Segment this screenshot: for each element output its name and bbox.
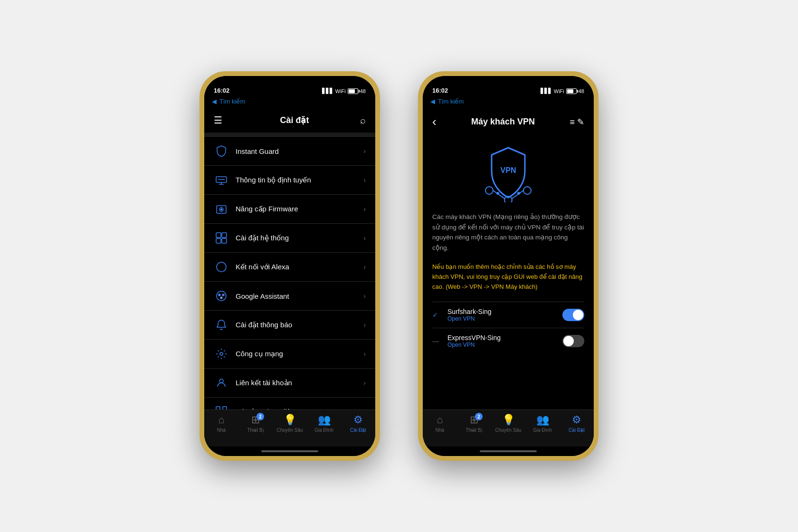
vpn-item-surfshark[interactable]: ✓ Surfshark-Sing Open VPN <box>432 302 584 328</box>
surfshark-toggle-knob <box>573 310 583 320</box>
back-arrow-2[interactable]: ◀ <box>430 98 435 105</box>
router-icon <box>214 172 229 188</box>
home-label: Nhà <box>217 428 226 433</box>
deep-icon-2: 💡 <box>502 414 515 426</box>
vpn-edit-button[interactable]: ≡ ✎ <box>570 117 584 127</box>
chevron-icon: › <box>363 205 366 213</box>
search-label-2[interactable]: Tìm kiếm <box>438 98 464 105</box>
sub-status-1: ◀ Tìm kiếm <box>204 97 375 109</box>
surfshark-name: Surfshark-Sing <box>447 308 562 315</box>
chevron-icon: › <box>363 263 366 271</box>
menu-item-link-account[interactable]: Liên kết tài khoản › <box>204 369 375 398</box>
vpn-description: Các máy khách VPN (Mạng riêng ảo) thường… <box>432 212 584 253</box>
battery-icon-2 <box>566 88 577 94</box>
firmware-icon <box>214 201 229 217</box>
tab2-home[interactable]: ⌂ Nhà <box>423 414 457 433</box>
home-icon: ⌂ <box>218 414 224 426</box>
tab-devices[interactable]: 2 ⊞ Thiết Bị <box>238 414 273 433</box>
vpn-illustration: VPN <box>477 145 539 202</box>
link-account-label: Liên kết tài khoản <box>236 379 363 387</box>
vpn-item-expressvpn[interactable]: — ExpressVPN-Sing Open VPN <box>432 328 584 354</box>
svg-point-11 <box>217 262 226 272</box>
menu-item-alexa[interactable]: Kết nối với Alexa › <box>204 253 375 282</box>
menu-item-network-tools[interactable]: Công cụ mạng › <box>204 340 375 369</box>
phone-1-screen: 16:02 ▋▋▋ WiFi 48 ◀ Tìm kiếm ☰ Cài đặt ⌕ <box>204 76 375 456</box>
battery-fill <box>349 89 355 93</box>
wifi-icon-2: WiFi <box>554 88 564 94</box>
svg-rect-8 <box>222 233 227 238</box>
vpn-page-title: Máy khách VPN <box>471 117 535 127</box>
settings-icon: ⚙ <box>353 414 363 426</box>
network-tools-label: Công cụ mạng <box>236 350 363 358</box>
menu-item-router-info[interactable]: Thông tin bộ định tuyến › <box>204 166 375 195</box>
sub-status-2: ◀ Tìm kiếm <box>423 97 594 109</box>
google-assistant-label: Google Assistant <box>236 292 363 300</box>
menu-content: Instant Guard › Thông tin bộ định tuyến … <box>204 133 375 409</box>
tab2-family[interactable]: 👥 Gia Đình <box>525 414 560 433</box>
chevron-icon: › <box>363 176 366 184</box>
expressvpn-name: ExpressVPN-Sing <box>447 334 562 342</box>
expressvpn-dash: — <box>432 337 442 345</box>
tab-deep[interactable]: 💡 Chuyên Sâu <box>273 414 307 433</box>
svg-point-17 <box>219 379 223 383</box>
battery-icon <box>348 88 358 94</box>
chevron-icon: › <box>363 147 366 155</box>
family-label: Gia Đình <box>314 428 333 433</box>
tab-settings[interactable]: ⚙ Cài Đặt <box>341 414 375 433</box>
menu-item-google-assistant[interactable]: Google Assistant › <box>204 282 375 311</box>
vpn-content: VPN Các máy khách VPN (Mạng riêng ảo) th… <box>423 136 594 409</box>
back-arrow-1[interactable]: ◀ <box>212 98 217 105</box>
menu-icon[interactable]: ☰ <box>214 114 229 126</box>
instant-guard-icon <box>214 143 229 159</box>
chevron-icon: › <box>363 379 366 387</box>
tab2-devices[interactable]: 2 ⊞ Thiết Bị <box>457 414 491 433</box>
tab-home[interactable]: ⌂ Nhà <box>204 414 238 433</box>
svg-rect-7 <box>216 233 221 238</box>
home-indicator-2 <box>423 446 594 456</box>
family-icon-2: 👥 <box>536 414 549 426</box>
tab2-deep[interactable]: 💡 Chuyên Sâu <box>491 414 525 433</box>
menu-item-related-apps[interactable]: Các ứng dụng liên quan › <box>204 398 375 409</box>
settings-label: Cài Đặt <box>350 428 366 433</box>
devices-badge: 2 <box>256 413 264 420</box>
expressvpn-info: ExpressVPN-Sing Open VPN <box>447 334 562 348</box>
tab-family[interactable]: 👥 Gia Đình <box>307 414 341 433</box>
home-bar-2 <box>480 450 537 452</box>
menu-item-notifications[interactable]: Cài đặt thông báo › <box>204 311 375 340</box>
menu-item-system-settings[interactable]: Cài đặt hệ thống › <box>204 224 375 253</box>
search-label-1[interactable]: Tìm kiếm <box>219 98 245 105</box>
notch <box>256 76 323 89</box>
expressvpn-toggle[interactable] <box>562 335 584 347</box>
devices-label-2: Thiết Bị <box>466 428 482 433</box>
family-label-2: Gia Đình <box>533 428 551 433</box>
chevron-icon: › <box>363 350 366 358</box>
svg-rect-10 <box>222 238 227 243</box>
svg-point-15 <box>220 297 222 299</box>
alexa-icon <box>214 259 229 275</box>
signal-icon-2: ▋▋▋ <box>541 88 552 94</box>
google-assistant-icon <box>214 288 229 304</box>
page-title-1: Cài đặt <box>280 115 309 125</box>
menu-item-firmware[interactable]: Nâng cấp Firmware › <box>204 195 375 224</box>
notifications-icon <box>214 317 229 332</box>
tab2-settings[interactable]: ⚙ Cài Đặt <box>560 414 594 433</box>
menu-item-instant-guard[interactable]: Instant Guard › <box>204 136 375 166</box>
tab-bar-2: ⌂ Nhà 2 ⊞ Thiết Bị 💡 Chuyên Sâu 👥 Gia Đì… <box>423 409 594 446</box>
svg-point-23 <box>485 187 493 194</box>
phone-2: 16:02 ▋▋▋ WiFi 48 ◀ Tìm kiếm ‹ Máy khách… <box>418 71 598 461</box>
time-1: 16:02 <box>214 87 229 94</box>
expressvpn-toggle-knob <box>563 336 574 346</box>
surfshark-toggle[interactable] <box>562 309 584 321</box>
link-account-icon <box>214 375 229 390</box>
deep-icon: 💡 <box>284 414 296 426</box>
alexa-label: Kết nối với Alexa <box>236 263 363 271</box>
deep-label-2: Chuyên Sâu <box>495 428 521 433</box>
svg-point-6 <box>221 209 222 210</box>
battery-level-2: 48 <box>579 88 584 94</box>
related-apps-icon <box>214 404 229 409</box>
tab-bar-1: ⌂ Nhà 2 ⊞ Thiết Bị 💡 Chuyên Sâu 👥 Gia Đì… <box>204 409 375 446</box>
vpn-back-button[interactable]: ‹ <box>432 114 437 129</box>
surfshark-info: Surfshark-Sing Open VPN <box>447 308 562 322</box>
vpn-warning: Nếu bạn muốn thêm hoặc chỉnh sửa các hồ … <box>432 262 584 292</box>
search-icon[interactable]: ⌕ <box>360 115 366 126</box>
